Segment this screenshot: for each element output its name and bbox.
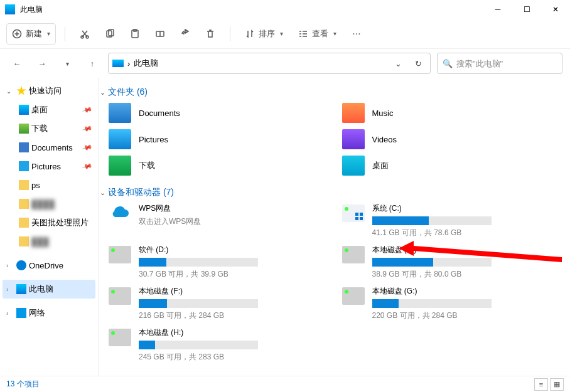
drive-item[interactable]: 本地磁盘 (F:)216 GB 可用，共 284 GB <box>109 286 330 321</box>
sidebar-item[interactable]: Pictures📌 <box>3 157 95 176</box>
back-button[interactable]: ← <box>8 54 26 73</box>
folder-icon <box>342 129 365 149</box>
sidebar-item[interactable]: ps <box>3 176 95 194</box>
sort-button[interactable]: 排序 ▾ <box>239 23 289 45</box>
folder-icon <box>19 124 29 134</box>
delete-button[interactable] <box>200 23 221 45</box>
folder-item[interactable]: Documents <box>109 103 330 123</box>
folder-item[interactable]: 下载 <box>109 156 330 176</box>
forward-button[interactable]: → <box>33 54 51 73</box>
rename-button[interactable] <box>149 23 171 45</box>
drive-item[interactable]: 系统 (C:)41.1 GB 可用，共 78.6 GB <box>342 203 563 238</box>
folder-name: Music <box>372 109 394 118</box>
sidebar-label: 快速访问 <box>29 85 62 97</box>
sidebar-item[interactable]: 美图批处理照片 <box>3 213 95 232</box>
share-icon <box>180 29 190 39</box>
tiles-view-button[interactable]: ▦ <box>550 378 564 391</box>
status-bar: 13 个项目 ≡ ▦ <box>0 376 570 392</box>
sidebar-quick-access[interactable]: ⌄ 快速访问 <box>3 82 95 100</box>
view-label: 查看 <box>312 28 328 40</box>
sidebar-this-pc[interactable]: › 此电脑 <box>3 280 95 299</box>
sidebar-onedrive[interactable]: › OneDrive <box>3 256 95 275</box>
breadcrumb[interactable]: 此电脑 <box>134 58 158 69</box>
copy-button[interactable] <box>99 23 121 45</box>
paste-button[interactable] <box>124 23 146 45</box>
caret-down-icon: ⌄ <box>100 88 105 97</box>
drive-title: 本地磁盘 (E:) <box>372 245 563 255</box>
refresh-button[interactable]: ↻ <box>410 55 426 72</box>
sidebar-item-label: 美图批处理照片 <box>31 217 89 228</box>
window-controls: ─ ☐ ✕ <box>483 0 570 19</box>
item-count: 13 个项目 <box>6 379 40 389</box>
up-button[interactable]: ↑ <box>83 54 102 73</box>
folder-item[interactable]: 桌面 <box>342 156 563 176</box>
drive-footer: 30.7 GB 可用，共 39.9 GB <box>139 269 330 280</box>
folder-item[interactable]: Videos <box>342 129 563 149</box>
folder-icon <box>19 180 29 190</box>
drive-item[interactable]: 本地磁盘 (E:)38.9 GB 可用，共 80.0 GB <box>342 245 563 280</box>
details-view-button[interactable]: ≡ <box>534 378 548 391</box>
sidebar-item[interactable]: Documents📌 <box>3 138 95 157</box>
history-dropdown[interactable]: ▾ <box>58 54 77 73</box>
close-button[interactable]: ✕ <box>541 0 570 19</box>
folder-item[interactable]: Pictures <box>109 129 330 149</box>
crumb-sep: › <box>127 59 130 68</box>
minimize-button[interactable]: ─ <box>483 0 512 19</box>
address-dropdown[interactable]: ⌄ <box>390 55 406 72</box>
more-button[interactable]: ··· <box>346 23 367 45</box>
sidebar-item-label: 下载 <box>31 123 48 134</box>
drive-icon <box>342 204 365 222</box>
pc-icon <box>112 60 124 67</box>
nav-row: ← → ▾ ↑ › 此电脑 ⌄ ↻ 🔍 <box>0 49 570 78</box>
plus-circle-icon <box>12 29 22 39</box>
sidebar-item[interactable]: ████ <box>3 194 95 213</box>
sidebar-item-label: ███ <box>31 237 49 246</box>
share-button[interactable] <box>175 23 196 45</box>
caret-down-icon: ⌄ <box>100 189 105 197</box>
maximize-button[interactable]: ☐ <box>512 0 541 19</box>
sidebar-item[interactable]: 桌面📌 <box>3 100 95 119</box>
wps-drive-item[interactable]: WPS网盘双击进入WPS网盘 <box>109 203 330 238</box>
sidebar-item[interactable]: ███ <box>3 232 95 251</box>
view-icon <box>298 29 308 39</box>
folder-item[interactable]: Music <box>342 103 563 123</box>
drive-title: 本地磁盘 (G:) <box>372 286 563 297</box>
folder-icon <box>19 142 29 152</box>
content: ⌄ 文件夹 (6) DocumentsMusicPicturesVideos下载… <box>98 78 570 376</box>
folder-icon <box>109 156 131 176</box>
folders-grid: DocumentsMusicPicturesVideos下载桌面 <box>109 103 562 176</box>
drive-title: 本地磁盘 (H:) <box>139 327 330 338</box>
sidebar-network[interactable]: › 网络 <box>3 304 95 322</box>
caret-right-icon: › <box>6 286 14 293</box>
drive-title: WPS网盘 <box>139 203 330 214</box>
sidebar-item[interactable]: 下载📌 <box>3 119 95 138</box>
drive-item[interactable]: 本地磁盘 (G:)220 GB 可用，共 284 GB <box>342 286 563 321</box>
title-bar: 此电脑 ─ ☐ ✕ <box>0 0 570 19</box>
clipboard-icon <box>130 29 140 39</box>
section-drives[interactable]: ⌄ 设备和驱动器 (7) <box>100 187 562 198</box>
search-input[interactable] <box>456 59 557 68</box>
drive-icon <box>109 329 131 346</box>
drive-footer: 41.1 GB 可用，共 78.6 GB <box>372 228 563 238</box>
new-label: 新建 <box>26 28 42 40</box>
separator <box>65 26 65 41</box>
drive-item[interactable]: 本地磁盘 (H:)245 GB 可用，共 283 GB <box>109 327 330 363</box>
cloud-icon <box>109 204 131 222</box>
toolbar: 新建 ▾ 排序 ▾ 查看 ▾ ··· <box>0 19 570 49</box>
sidebar-item-label: Pictures <box>31 162 61 171</box>
drive-title: 本地磁盘 (F:) <box>139 286 330 297</box>
section-folders[interactable]: ⌄ 文件夹 (6) <box>100 87 562 98</box>
view-button[interactable]: 查看 ▾ <box>293 23 342 45</box>
new-button[interactable]: 新建 ▾ <box>6 23 56 45</box>
search-box[interactable]: 🔍 <box>437 53 562 74</box>
rename-icon <box>155 29 165 39</box>
usage-bar <box>372 216 492 225</box>
address-bar[interactable]: › 此电脑 ⌄ ↻ <box>108 53 431 74</box>
drive-item[interactable]: 软件 (D:)30.7 GB 可用，共 39.9 GB <box>109 245 330 280</box>
cut-button[interactable] <box>74 23 95 45</box>
section-title: 文件夹 (6) <box>108 87 148 98</box>
drive-footer: 245 GB 可用，共 283 GB <box>139 352 330 363</box>
sort-icon <box>245 29 255 39</box>
drive-footer: 216 GB 可用，共 284 GB <box>139 310 330 321</box>
folder-icon <box>19 161 29 171</box>
